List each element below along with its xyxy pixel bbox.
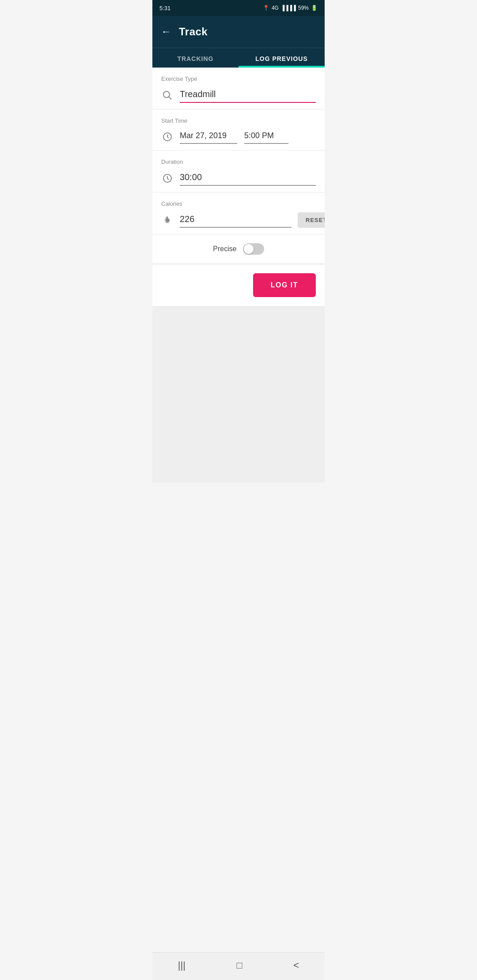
svg-point-0 bbox=[163, 91, 170, 98]
location-icon: 📍 bbox=[263, 5, 269, 11]
home-icon[interactable]: □ bbox=[237, 960, 242, 971]
duration-section: Duration bbox=[152, 151, 325, 192]
calories-label: Calories bbox=[161, 200, 316, 207]
clock-icon bbox=[161, 132, 174, 142]
action-row: LOG IT bbox=[152, 264, 325, 306]
calories-input[interactable] bbox=[180, 212, 292, 228]
tab-bar: TRACKING LOG PREVIOUS bbox=[152, 48, 325, 68]
recent-apps-icon[interactable]: ||| bbox=[178, 960, 186, 971]
start-time-label: Start Time bbox=[161, 117, 316, 124]
status-time: 5:31 bbox=[159, 5, 170, 11]
reset-button[interactable]: RESET bbox=[298, 212, 325, 228]
network-icon: 4G bbox=[272, 5, 279, 11]
back-button[interactable]: ← bbox=[161, 26, 171, 38]
nav-bar: ||| □ < bbox=[152, 952, 325, 980]
gray-area bbox=[152, 306, 325, 482]
status-bar: 5:31 📍 4G ▐▐▐▐ 59% 🔋 bbox=[152, 0, 325, 16]
calories-input-wrap bbox=[180, 212, 292, 228]
tab-log-previous[interactable]: LOG PREVIOUS bbox=[238, 48, 325, 68]
header: ← Track bbox=[152, 16, 325, 48]
duration-clock-icon bbox=[161, 173, 174, 184]
date-time-inputs bbox=[180, 129, 288, 144]
nav-back-icon[interactable]: < bbox=[293, 960, 299, 971]
start-time-row bbox=[161, 129, 316, 144]
exercise-type-section: Exercise Type bbox=[152, 68, 325, 109]
svg-point-4 bbox=[166, 222, 169, 223]
duration-label: Duration bbox=[161, 158, 316, 165]
calories-section: Calories RESET bbox=[152, 192, 325, 234]
precise-toggle[interactable] bbox=[243, 243, 264, 255]
search-icon bbox=[161, 90, 174, 101]
exercise-type-input[interactable] bbox=[180, 87, 316, 103]
svg-line-1 bbox=[169, 97, 172, 99]
exercise-type-row bbox=[161, 87, 316, 103]
battery-percent: 59% bbox=[298, 5, 309, 11]
tab-tracking[interactable]: TRACKING bbox=[152, 48, 238, 68]
start-time-section: Start Time bbox=[152, 109, 325, 151]
precise-label: Precise bbox=[213, 245, 236, 253]
start-date-input[interactable] bbox=[180, 129, 237, 144]
duration-row bbox=[161, 170, 316, 186]
duration-input[interactable] bbox=[180, 170, 316, 186]
calories-row: RESET bbox=[161, 212, 316, 228]
page-title: Track bbox=[179, 26, 208, 38]
start-time-input[interactable] bbox=[244, 129, 288, 144]
status-right: 📍 4G ▐▐▐▐ 59% 🔋 bbox=[263, 5, 318, 11]
log-it-button[interactable]: LOG IT bbox=[253, 273, 316, 297]
signal-bars-icon: ▐▐▐▐ bbox=[281, 5, 296, 11]
flame-icon bbox=[161, 215, 174, 226]
exercise-type-label: Exercise Type bbox=[161, 75, 316, 82]
battery-icon: 🔋 bbox=[311, 5, 318, 11]
form-content: Exercise Type Start Time bbox=[152, 68, 325, 306]
precise-section: Precise bbox=[152, 234, 325, 264]
